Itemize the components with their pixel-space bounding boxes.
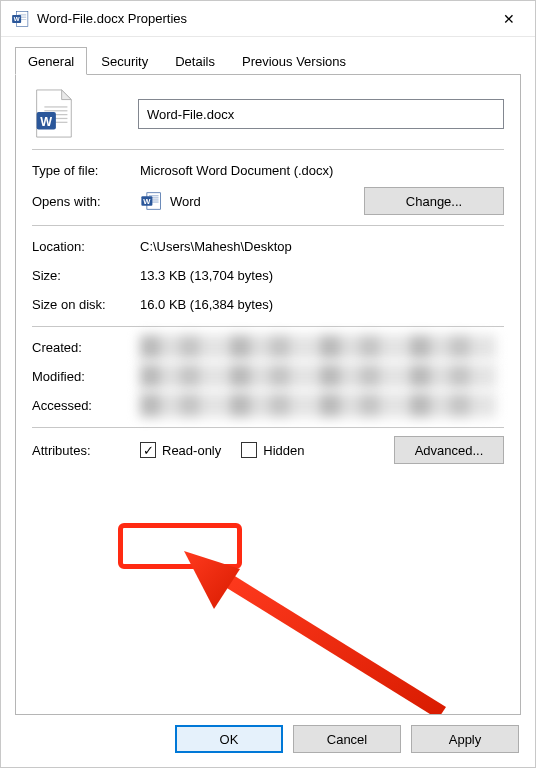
created-value-redacted (140, 335, 496, 359)
hidden-checkbox[interactable]: Hidden (241, 442, 304, 458)
close-button[interactable]: ✕ (489, 11, 529, 27)
size-label: Size: (32, 268, 140, 283)
divider (32, 225, 504, 226)
svg-text:W: W (14, 15, 20, 22)
ok-button[interactable]: OK (175, 725, 283, 753)
type-label: Type of file: (32, 163, 140, 178)
content-area: General Security Details Previous Versio… (1, 37, 535, 715)
cancel-button[interactable]: Cancel (293, 725, 401, 753)
accessed-label: Accessed: (32, 398, 140, 413)
created-label: Created: (32, 340, 140, 355)
opens-with-label: Opens with: (32, 194, 140, 209)
svg-rect-1 (18, 13, 26, 14)
general-panel: W Type of file: Microsoft Word Document … (15, 75, 521, 715)
tab-general[interactable]: General (15, 47, 87, 75)
advanced-button[interactable]: Advanced... (394, 436, 504, 464)
svg-marker-24 (184, 551, 240, 609)
checkbox-icon (140, 442, 156, 458)
modified-label: Modified: (32, 369, 140, 384)
dialog-button-bar: OK Cancel Apply (1, 715, 535, 767)
word-app-icon: W (140, 191, 162, 211)
annotation-highlight-box (118, 523, 242, 569)
svg-text:W: W (40, 115, 52, 129)
type-value: Microsoft Word Document (.docx) (140, 163, 504, 178)
divider (32, 326, 504, 327)
divider (32, 149, 504, 150)
window-title: Word-File.docx Properties (37, 11, 489, 26)
tab-security[interactable]: Security (88, 47, 161, 74)
tab-strip: General Security Details Previous Versio… (15, 47, 521, 75)
readonly-checkbox[interactable]: Read-only (140, 442, 221, 458)
size-on-disk-value: 16.0 KB (16,384 bytes) (140, 297, 504, 312)
svg-marker-8 (62, 90, 72, 100)
tab-details[interactable]: Details (162, 47, 228, 74)
checkbox-icon (241, 442, 257, 458)
svg-rect-10 (44, 110, 67, 111)
svg-rect-9 (44, 106, 67, 107)
annotation-arrow-icon (176, 551, 466, 715)
titlebar: W Word-File.docx Properties ✕ (1, 1, 535, 37)
size-on-disk-label: Size on disk: (32, 297, 140, 312)
size-value: 13.3 KB (13,704 bytes) (140, 268, 504, 283)
change-button[interactable]: Change... (364, 187, 504, 215)
divider (32, 427, 504, 428)
svg-text:W: W (143, 197, 151, 206)
file-icon: W (32, 89, 74, 139)
filename-input[interactable] (138, 99, 504, 129)
properties-dialog: W Word-File.docx Properties ✕ General Se… (0, 0, 536, 768)
location-label: Location: (32, 239, 140, 254)
accessed-value-redacted (140, 393, 496, 417)
tab-previous-versions[interactable]: Previous Versions (229, 47, 359, 74)
svg-marker-23 (222, 573, 446, 715)
attributes-label: Attributes: (32, 443, 140, 458)
word-document-icon: W (11, 10, 29, 28)
location-value: C:\Users\Mahesh\Desktop (140, 239, 504, 254)
opens-with-value: Word (170, 194, 201, 209)
modified-value-redacted (140, 364, 496, 388)
hidden-label: Hidden (263, 443, 304, 458)
readonly-label: Read-only (162, 443, 221, 458)
apply-button[interactable]: Apply (411, 725, 519, 753)
